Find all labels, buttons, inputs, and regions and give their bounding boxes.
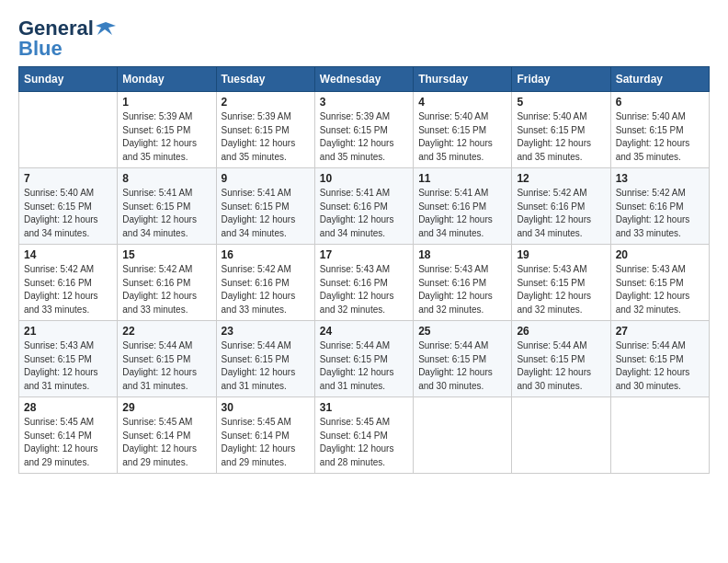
day-info: Sunrise: 5:39 AM Sunset: 6:15 PM Dayligh… [320,110,408,164]
header-sunday: Sunday [19,67,118,92]
calendar-cell: 18Sunrise: 5:43 AM Sunset: 6:16 PM Dayli… [414,245,512,321]
calendar-cell: 7Sunrise: 5:40 AM Sunset: 6:15 PM Daylig… [19,168,118,245]
day-number: 19 [517,248,605,261]
day-number: 13 [616,172,704,185]
calendar-cell [19,92,118,168]
day-number: 22 [122,325,210,338]
calendar-cell: 3Sunrise: 5:39 AM Sunset: 6:15 PM Daylig… [314,92,413,168]
day-number: 6 [616,96,704,109]
day-info: Sunrise: 5:42 AM Sunset: 6:16 PM Dayligh… [222,263,310,316]
day-number: 15 [122,248,210,261]
day-info: Sunrise: 5:42 AM Sunset: 6:16 PM Dayligh… [122,263,210,316]
calendar-cell: 13Sunrise: 5:42 AM Sunset: 6:16 PM Dayli… [610,168,709,245]
day-info: Sunrise: 5:43 AM Sunset: 6:16 PM Dayligh… [320,263,408,316]
day-info: Sunrise: 5:44 AM Sunset: 6:15 PM Dayligh… [122,339,210,393]
day-number: 24 [320,325,408,338]
day-number: 31 [320,401,408,414]
calendar-cell: 25Sunrise: 5:44 AM Sunset: 6:15 PM Dayli… [414,321,512,397]
day-info: Sunrise: 5:44 AM Sunset: 6:15 PM Dayligh… [418,339,506,393]
day-number: 21 [24,325,112,338]
day-number: 9 [222,172,310,185]
logo: General Blue [18,18,116,59]
header-tuesday: Tuesday [216,67,314,92]
day-info: Sunrise: 5:40 AM Sunset: 6:15 PM Dayligh… [24,187,112,240]
header-friday: Friday [512,67,610,92]
calendar-cell: 6Sunrise: 5:40 AM Sunset: 6:15 PM Daylig… [610,92,709,168]
calendar-week-4: 21Sunrise: 5:43 AM Sunset: 6:15 PM Dayli… [19,321,710,397]
day-info: Sunrise: 5:43 AM Sunset: 6:15 PM Dayligh… [24,339,112,393]
day-number: 26 [517,325,605,338]
calendar-body: 1Sunrise: 5:39 AM Sunset: 6:15 PM Daylig… [19,92,710,474]
calendar-cell: 8Sunrise: 5:41 AM Sunset: 6:15 PM Daylig… [118,168,216,245]
day-info: Sunrise: 5:41 AM Sunset: 6:16 PM Dayligh… [418,187,506,240]
calendar-cell: 15Sunrise: 5:42 AM Sunset: 6:16 PM Dayli… [118,245,216,321]
calendar-cell: 14Sunrise: 5:42 AM Sunset: 6:16 PM Dayli… [19,245,118,321]
calendar-table: SundayMondayTuesdayWednesdayThursdayFrid… [18,66,710,474]
day-info: Sunrise: 5:44 AM Sunset: 6:15 PM Dayligh… [222,339,310,393]
header-thursday: Thursday [414,67,512,92]
day-info: Sunrise: 5:40 AM Sunset: 6:15 PM Dayligh… [418,110,506,164]
day-info: Sunrise: 5:41 AM Sunset: 6:15 PM Dayligh… [222,187,310,240]
calendar-cell: 27Sunrise: 5:44 AM Sunset: 6:15 PM Dayli… [610,321,709,397]
calendar-cell: 4Sunrise: 5:40 AM Sunset: 6:15 PM Daylig… [414,92,512,168]
calendar-cell: 28Sunrise: 5:45 AM Sunset: 6:14 PM Dayli… [19,397,118,474]
day-info: Sunrise: 5:42 AM Sunset: 6:16 PM Dayligh… [24,263,112,316]
day-info: Sunrise: 5:44 AM Sunset: 6:15 PM Dayligh… [517,339,605,393]
day-info: Sunrise: 5:39 AM Sunset: 6:15 PM Dayligh… [122,110,210,164]
day-info: Sunrise: 5:45 AM Sunset: 6:14 PM Dayligh… [222,416,310,469]
calendar-cell: 12Sunrise: 5:42 AM Sunset: 6:16 PM Dayli… [512,168,610,245]
day-info: Sunrise: 5:40 AM Sunset: 6:15 PM Dayligh… [616,110,704,164]
day-number: 2 [222,96,310,109]
day-number: 18 [418,248,506,261]
calendar-week-2: 7Sunrise: 5:40 AM Sunset: 6:15 PM Daylig… [19,168,710,245]
calendar-cell: 1Sunrise: 5:39 AM Sunset: 6:15 PM Daylig… [118,92,216,168]
header: General Blue [18,18,710,59]
calendar-cell: 10Sunrise: 5:41 AM Sunset: 6:16 PM Dayli… [314,168,413,245]
day-info: Sunrise: 5:42 AM Sunset: 6:16 PM Dayligh… [517,187,605,240]
day-number: 4 [418,96,506,109]
day-info: Sunrise: 5:45 AM Sunset: 6:14 PM Dayligh… [24,416,112,469]
day-info: Sunrise: 5:41 AM Sunset: 6:16 PM Dayligh… [320,187,408,240]
day-number: 27 [616,325,704,338]
day-info: Sunrise: 5:43 AM Sunset: 6:15 PM Dayligh… [517,263,605,316]
calendar-cell [512,397,610,474]
logo-general: General [18,18,94,39]
day-info: Sunrise: 5:44 AM Sunset: 6:15 PM Dayligh… [616,339,704,393]
calendar-cell: 9Sunrise: 5:41 AM Sunset: 6:15 PM Daylig… [216,168,314,245]
header-monday: Monday [118,67,216,92]
calendar-week-3: 14Sunrise: 5:42 AM Sunset: 6:16 PM Dayli… [19,245,710,321]
svg-marker-0 [96,22,116,35]
day-info: Sunrise: 5:45 AM Sunset: 6:14 PM Dayligh… [320,416,408,469]
logo-blue: Blue [18,39,63,59]
day-number: 11 [418,172,506,185]
day-number: 12 [517,172,605,185]
logo-bird-icon [96,18,116,39]
day-info: Sunrise: 5:42 AM Sunset: 6:16 PM Dayligh… [616,187,704,240]
calendar-cell: 21Sunrise: 5:43 AM Sunset: 6:15 PM Dayli… [19,321,118,397]
calendar-cell: 11Sunrise: 5:41 AM Sunset: 6:16 PM Dayli… [414,168,512,245]
calendar-cell: 30Sunrise: 5:45 AM Sunset: 6:14 PM Dayli… [216,397,314,474]
day-number: 28 [24,401,112,414]
day-info: Sunrise: 5:44 AM Sunset: 6:15 PM Dayligh… [320,339,408,393]
day-number: 7 [24,172,112,185]
day-info: Sunrise: 5:43 AM Sunset: 6:16 PM Dayligh… [418,263,506,316]
day-info: Sunrise: 5:43 AM Sunset: 6:15 PM Dayligh… [616,263,704,316]
day-number: 3 [320,96,408,109]
calendar-cell [414,397,512,474]
day-number: 17 [320,248,408,261]
calendar-cell: 24Sunrise: 5:44 AM Sunset: 6:15 PM Dayli… [314,321,413,397]
calendar-cell: 2Sunrise: 5:39 AM Sunset: 6:15 PM Daylig… [216,92,314,168]
day-number: 16 [222,248,310,261]
calendar-cell: 20Sunrise: 5:43 AM Sunset: 6:15 PM Dayli… [610,245,709,321]
day-info: Sunrise: 5:39 AM Sunset: 6:15 PM Dayligh… [222,110,310,164]
calendar-header-row: SundayMondayTuesdayWednesdayThursdayFrid… [19,67,710,92]
day-info: Sunrise: 5:41 AM Sunset: 6:15 PM Dayligh… [122,187,210,240]
day-number: 25 [418,325,506,338]
day-info: Sunrise: 5:40 AM Sunset: 6:15 PM Dayligh… [517,110,605,164]
day-number: 29 [122,401,210,414]
calendar-cell: 22Sunrise: 5:44 AM Sunset: 6:15 PM Dayli… [118,321,216,397]
calendar-cell: 29Sunrise: 5:45 AM Sunset: 6:14 PM Dayli… [118,397,216,474]
calendar-week-5: 28Sunrise: 5:45 AM Sunset: 6:14 PM Dayli… [19,397,710,474]
day-number: 10 [320,172,408,185]
calendar-cell: 17Sunrise: 5:43 AM Sunset: 6:16 PM Dayli… [314,245,413,321]
